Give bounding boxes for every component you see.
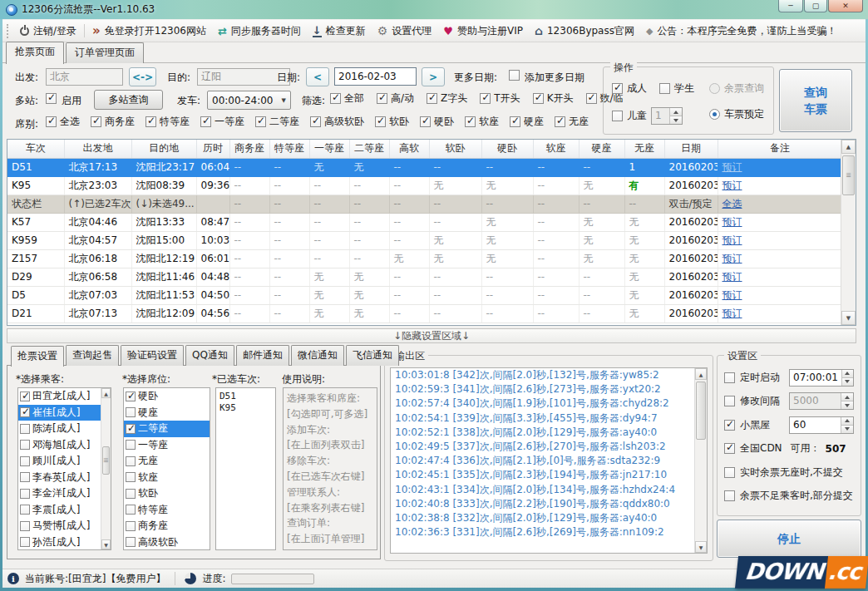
- settings-tab-6[interactable]: 飞信通知: [346, 345, 399, 366]
- checkbox-icon[interactable]: [20, 456, 30, 466]
- checkbox-icon[interactable]: [420, 116, 431, 127]
- seat-option-item[interactable]: 硬座: [124, 405, 210, 421]
- down-arrow-icon[interactable]: [841, 401, 853, 409]
- table-cell[interactable]: 预订: [718, 268, 841, 286]
- student-checkbox[interactable]: [659, 83, 670, 94]
- column-header[interactable]: 无座: [624, 140, 664, 158]
- seat-class-option[interactable]: 二等座: [255, 115, 299, 129]
- seat-option-item[interactable]: 二等座: [124, 421, 210, 437]
- up-arrow-icon[interactable]: [841, 393, 853, 401]
- column-header[interactable]: 历时: [196, 140, 229, 158]
- setting-row[interactable]: 实时余票无座时,不提交: [718, 460, 861, 485]
- checkbox-icon[interactable]: [427, 93, 437, 104]
- checkbox-icon[interactable]: [126, 456, 136, 466]
- child-checkbox[interactable]: [612, 111, 623, 121]
- checkbox-icon[interactable]: [330, 93, 341, 104]
- stop-button[interactable]: 停止: [717, 520, 861, 558]
- swap-stations-button[interactable]: <->: [129, 67, 156, 86]
- toolbar-item[interactable]: 赞助与注册VIP: [437, 22, 529, 41]
- toolbar-item[interactable]: 注销/登录: [14, 22, 82, 41]
- checkbox-icon[interactable]: [126, 537, 136, 547]
- filter-option[interactable]: 全部: [330, 91, 364, 106]
- table-scrollbar[interactable]: ▲ ☰ ▼: [841, 140, 856, 325]
- table-cell[interactable]: 预订: [718, 158, 841, 176]
- query-remaining-radio[interactable]: [709, 83, 720, 94]
- checkbox-icon[interactable]: [586, 93, 597, 104]
- scroll-up-icon[interactable]: ▲: [695, 368, 707, 380]
- date-input[interactable]: [334, 67, 417, 86]
- up-arrow-icon[interactable]: [670, 108, 682, 116]
- settings-tab-0[interactable]: 抢票设置: [11, 346, 64, 367]
- row-action-link[interactable]: 预订: [723, 253, 742, 264]
- row-action-link[interactable]: 预订: [723, 161, 742, 173]
- checkbox-icon[interactable]: [465, 116, 476, 127]
- checkbox-icon[interactable]: [724, 396, 735, 406]
- toolbar-item[interactable]: 免登录打开12306网站: [86, 22, 212, 41]
- checkbox-icon[interactable]: [533, 93, 544, 104]
- title-bar[interactable]: 12306分流抢票--Ver1.10.63 ─ ▢ ✕: [0, 0, 868, 19]
- seat-class-option[interactable]: 全选: [46, 115, 80, 129]
- maximize-button[interactable]: ▢: [804, 0, 827, 12]
- next-date-button[interactable]: >: [422, 67, 445, 86]
- checkbox-icon[interactable]: [145, 116, 156, 127]
- settings-tab-5[interactable]: 微信通知: [291, 345, 344, 366]
- checkbox-icon[interactable]: [20, 521, 30, 531]
- spinner-arrows[interactable]: [841, 393, 853, 409]
- toolbar-item[interactable]: 同步服务器时间: [212, 22, 307, 41]
- seat-class-option[interactable]: 硬座: [510, 115, 544, 129]
- checkbox-icon[interactable]: [126, 505, 136, 515]
- column-header[interactable]: 车次: [7, 140, 64, 158]
- column-header[interactable]: 特等座: [269, 140, 309, 158]
- seat-class-option[interactable]: 一等座: [200, 115, 244, 129]
- checkbox-icon[interactable]: [126, 440, 136, 450]
- checkbox-icon[interactable]: [375, 116, 386, 127]
- tab-main-0[interactable]: 抢票页面: [6, 42, 64, 64]
- row-action-link[interactable]: 预订: [723, 289, 742, 301]
- table-cell[interactable]: 预订: [718, 304, 841, 323]
- book-ticket-radio[interactable]: [709, 109, 720, 120]
- column-header[interactable]: 商务座: [229, 140, 269, 158]
- seat-option-item[interactable]: 商务座: [124, 518, 210, 534]
- output-scrollbar[interactable]: ▲ ▼: [694, 368, 707, 553]
- spinner-input[interactable]: 5000: [789, 392, 854, 410]
- settings-tab-2[interactable]: 验证码设置: [121, 345, 184, 366]
- column-header[interactable]: 出发地: [64, 140, 131, 158]
- checkbox-icon[interactable]: [255, 116, 266, 127]
- checkbox-icon[interactable]: [510, 116, 520, 127]
- seat-class-option[interactable]: 高级软卧: [310, 115, 364, 129]
- toolbar-item[interactable]: 设置代理: [372, 22, 438, 41]
- checkbox-icon[interactable]: [20, 472, 30, 482]
- setting-row[interactable]: 小黑屋60: [718, 413, 861, 437]
- row-action-link[interactable]: 预订: [723, 308, 742, 319]
- column-header[interactable]: 备注: [718, 140, 841, 158]
- down-arrow-icon[interactable]: [670, 116, 682, 124]
- checkbox-icon[interactable]: [46, 116, 57, 127]
- output-log[interactable]: 10:03:01:8 [342]次,间隔[2.0]秒,[132]号,服务器:yw…: [390, 367, 708, 554]
- table-row[interactable]: D51北京17:13沈阳北23:1706:04----无无----------1…: [7, 158, 841, 176]
- table-row[interactable]: K95北京23:03沈阳08:3909:36----------无无--无有20…: [7, 176, 841, 195]
- column-header[interactable]: 高软: [389, 140, 429, 158]
- seat-option-item[interactable]: 高级软卧: [124, 534, 210, 551]
- query-ticket-button[interactable]: 查询 车票: [779, 69, 852, 132]
- passenger-item[interactable]: 田宜龙[成人]: [18, 388, 101, 405]
- seat-option-item[interactable]: 一等座: [124, 437, 210, 454]
- checkbox-icon[interactable]: [20, 505, 30, 515]
- table-scrollbar-thumb[interactable]: ☰: [842, 155, 855, 195]
- multi-station-query-button[interactable]: 多站查询: [94, 90, 163, 110]
- spinner-input[interactable]: 07:00:01: [789, 369, 854, 387]
- close-button[interactable]: ✕: [828, 0, 863, 12]
- setting-row[interactable]: 定时启动07:00:01: [718, 366, 861, 390]
- checkbox-icon[interactable]: [555, 116, 565, 127]
- seat-class-option[interactable]: 软座: [465, 115, 499, 129]
- settings-tab-3[interactable]: QQ通知: [185, 345, 234, 366]
- seat-class-option[interactable]: 硬卧: [420, 115, 454, 129]
- checkbox-icon[interactable]: [377, 93, 387, 104]
- output-scrollbar-thumb[interactable]: [696, 382, 706, 440]
- checkbox-icon[interactable]: [200, 116, 211, 127]
- passenger-item[interactable]: 孙浩[成人]: [18, 534, 101, 551]
- row-action-link[interactable]: 预订: [723, 180, 742, 191]
- filter-option[interactable]: Z字头: [427, 91, 467, 106]
- filter-option[interactable]: K开头: [533, 91, 574, 106]
- depart-time-select[interactable]: 00:00-24:00 ▼: [207, 91, 291, 110]
- checkbox-icon[interactable]: [724, 490, 735, 501]
